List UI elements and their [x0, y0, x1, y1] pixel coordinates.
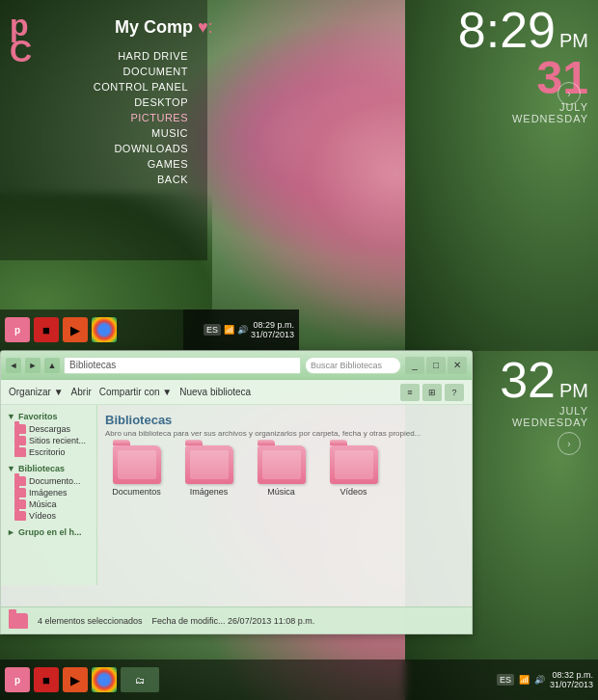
top-panel: p C My Comp ♥: HARD DRIVE DOCUMENT CONTR… — [0, 0, 598, 350]
heart-icon: ♥: — [198, 17, 213, 38]
win-sidebar: ▼ Favoritos Descargas Sitios recient... … — [1, 405, 97, 585]
tray-time-bottom: 08:32 p.m. 31/07/2013 — [550, 670, 593, 689]
win-up-btn[interactable]: ▲ — [44, 358, 60, 373]
menu-item-document[interactable]: DOCUMENT — [0, 64, 188, 79]
win-search-box[interactable]: Buscar Bibliotecas — [305, 357, 401, 374]
clock-time-top: 8:29 — [458, 5, 556, 55]
tray-bottom: ES 📶 🔊 08:32 p.m. 31/07/2013 — [497, 670, 593, 689]
sidebar-libraries: ▼ Bibliotecas Documento... Imágenes Músi… — [1, 462, 96, 522]
win-content: ▼ Favoritos Descargas Sitios recient... … — [1, 405, 472, 585]
folder-icon-musica — [258, 445, 306, 484]
speaker-icon: 🔊 — [237, 325, 248, 335]
lang-badge-bottom: ES — [497, 674, 514, 686]
folder-icon-videos — [330, 445, 378, 484]
file-label-imagenes: Imágenes — [190, 487, 229, 497]
win-files-desc: Abro una biblioteca para ver sus archivo… — [105, 429, 464, 438]
sidebar-group: ► Grupo en el h... — [1, 525, 96, 539]
clock-meta-bottom: JULY WEDNESDAY — [500, 405, 588, 428]
menu-item-downloads[interactable]: DOWNLOADS — [0, 141, 188, 156]
lang-badge-top: ES — [204, 324, 221, 336]
status-folder-icon — [9, 613, 28, 629]
taskbar-top: p ■ ▶ ES 📶 🔊 08:29 p.m. 31/07/2013 — [0, 310, 299, 350]
toolbar-abrir[interactable]: Abrir — [71, 387, 92, 397]
files-grid: Documentos Imágenes Música Vídeos — [105, 445, 464, 497]
tray-time-top: 08:29 p.m. 31/07/2013 — [251, 320, 294, 339]
wifi-icon-bottom: 📶 — [519, 675, 530, 685]
toolbar-icon2[interactable]: ⊞ — [422, 384, 442, 401]
tray-top: ES 📶 🔊 08:29 p.m. 31/07/2013 — [183, 310, 299, 350]
clock-top: 8:29 PM 31 JULY WEDNESDAY › — [458, 5, 588, 124]
taskbar-btn-chrome-top[interactable] — [92, 317, 117, 342]
taskbar-btn-red-top[interactable]: ■ — [34, 317, 59, 342]
taskbar-explorer-btn[interactable]: 🗂 — [121, 667, 159, 692]
menu-item-harddrive[interactable]: HARD DRIVE — [0, 48, 188, 64]
menu-item-music[interactable]: MUSIC — [0, 125, 188, 141]
folder-icon — [14, 511, 26, 521]
menu-title: My Comp — [58, 17, 193, 38]
menu-item-desktop[interactable]: DESKTOP — [0, 94, 188, 110]
clock-bottom: 32 PM JULY WEDNESDAY › — [500, 355, 588, 428]
separator — [0, 350, 598, 351]
win-titlebar: ◄ ► ▲ Bibliotecas Buscar Bibliotecas _ □… — [1, 351, 472, 380]
clock-time-bottom: 32 — [500, 355, 556, 405]
status-count: 4 elementos seleccionados — [38, 616, 143, 626]
win-minimize[interactable]: _ — [405, 357, 424, 374]
taskbar-btn-red-bottom[interactable]: ■ — [34, 667, 59, 692]
toolbar-icon1[interactable]: ≡ — [400, 384, 420, 401]
bottom-panel: ◄ ► ▲ Bibliotecas Buscar Bibliotecas _ □… — [0, 350, 598, 700]
menu-item-controlpanel[interactable]: CONTROL PANEL — [0, 79, 188, 94]
file-label-videos: Vídeos — [340, 487, 367, 497]
start-button-bottom[interactable]: p — [5, 667, 30, 692]
file-musica[interactable]: Música — [250, 445, 313, 497]
win-files: Bibliotecas Abro una biblioteca para ver… — [97, 405, 472, 585]
sidebar-favorites: ▼ Favoritos Descargas Sitios recient... … — [1, 410, 96, 458]
win-files-title: Bibliotecas — [105, 413, 464, 427]
menu-items: HARD DRIVE DOCUMENT CONTROL PANEL DESKTO… — [0, 48, 203, 187]
win-maximize[interactable]: □ — [426, 357, 446, 374]
speaker-icon-bottom: 🔊 — [534, 675, 545, 685]
menu-panel: p C My Comp ♥: HARD DRIVE DOCUMENT CONTR… — [0, 0, 207, 260]
clock-ampm-bottom: PM — [559, 380, 588, 402]
win-close[interactable]: ✕ — [448, 357, 467, 374]
file-label-documentos: Documentos — [112, 487, 161, 497]
win-address-path[interactable]: Bibliotecas — [64, 357, 301, 374]
win-statusbar: 4 elementos seleccionados Fecha de modif… — [1, 606, 473, 633]
clock-circle-bottom[interactable]: › — [557, 432, 581, 455]
toolbar-help[interactable]: ? — [445, 384, 464, 401]
folder-icon-documentos — [113, 445, 161, 484]
file-label-musica: Música — [267, 487, 295, 497]
taskbar-btn-orange-top[interactable]: ▶ — [63, 317, 88, 342]
taskbar-btn-chrome-bottom[interactable] — [92, 667, 117, 692]
toolbar-nueva[interactable]: Nueva biblioteca — [179, 387, 251, 397]
clock-circle-top[interactable]: › — [557, 82, 581, 105]
file-documentos[interactable]: Documentos — [105, 445, 168, 497]
sidebar-item-escritorio[interactable]: Escritorio — [1, 446, 96, 458]
folder-icon-imagenes — [185, 445, 233, 484]
explorer-window: ◄ ► ▲ Bibliotecas Buscar Bibliotecas _ □… — [0, 350, 473, 634]
start-button-top[interactable]: p — [5, 317, 30, 342]
file-videos[interactable]: Vídeos — [322, 445, 385, 497]
toolbar-organize[interactable]: Organizar ▼ — [9, 387, 64, 397]
status-date: Fecha de modific... 26/07/2013 11:08 p.m… — [152, 616, 315, 626]
toolbar-compartir[interactable]: Compartir con ▼ — [99, 387, 172, 397]
sidebar-item-videos[interactable]: Vídeos — [1, 510, 96, 522]
clock-ampm-top: PM — [559, 30, 588, 52]
win-back-btn[interactable]: ◄ — [6, 358, 21, 373]
taskbar-bottom: p ■ ▶ 🗂 ES 📶 🔊 08:32 p.m. 31/07/2013 — [0, 660, 598, 700]
win-controls: _ □ ✕ — [405, 357, 467, 374]
taskbar-btn-orange-bottom[interactable]: ▶ — [63, 667, 88, 692]
menu-item-pictures[interactable]: PictURES — [0, 110, 188, 125]
sidebar-group-header: ► Grupo en el h... — [1, 525, 96, 539]
clock-day-bottom: WEDNESDAY — [500, 417, 588, 428]
clock-day-top: WEDNESDAY — [458, 113, 588, 124]
folder-icon — [14, 447, 26, 457]
menu-item-games[interactable]: GAMES — [0, 156, 188, 172]
menu-item-back[interactable]: BACK — [0, 172, 188, 187]
win-forward-btn[interactable]: ► — [25, 358, 41, 373]
file-imagenes[interactable]: Imágenes — [177, 445, 240, 497]
win-toolbar: Organizar ▼ Abrir Compartir con ▼ Nueva … — [1, 380, 472, 405]
wifi-icon: 📶 — [224, 325, 234, 335]
